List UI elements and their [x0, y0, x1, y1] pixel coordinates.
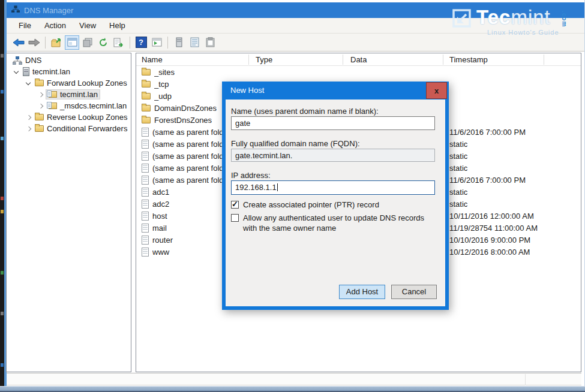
- list-header: NameTypeDataTimestamp: [136, 53, 581, 66]
- cancel-button[interactable]: Cancel: [391, 285, 437, 299]
- tree-item--msdcs-tecmint-lan[interactable]: _msdcs.tecmint.lan: [7, 100, 131, 111]
- add-host-button[interactable]: Add Host: [339, 285, 385, 299]
- tree-item-content: DNS: [11, 55, 44, 65]
- column-header-data[interactable]: Data: [350, 55, 367, 64]
- tecmint-com-suffix: .com: [561, 11, 568, 27]
- record-list-icon: [190, 37, 199, 47]
- fqdn-label: Fully qualified domain name (FQDN):: [231, 139, 360, 148]
- toolbar-clipboard-button[interactable]: [203, 35, 217, 50]
- tree-item-reverse-lookup-zones[interactable]: Reverse Lookup Zones: [7, 111, 131, 123]
- tree-item-dns[interactable]: DNS: [7, 55, 131, 66]
- column-header-timestamp[interactable]: Timestamp: [449, 55, 488, 64]
- folder-icon: [142, 69, 151, 76]
- dialog-body: Name (uses parent domain name if blank):…: [226, 99, 445, 306]
- toolbar-server-button[interactable]: [172, 35, 186, 50]
- chevron-down-icon[interactable]: [11, 66, 22, 77]
- toolbar-show-window-button[interactable]: [149, 35, 164, 50]
- menu-action[interactable]: Action: [38, 19, 73, 32]
- record-timestamp: static: [449, 188, 467, 197]
- column-header-type[interactable]: Type: [256, 55, 272, 64]
- dns-manager-icon: [11, 5, 20, 15]
- tree-item-forward-lookup-zones[interactable]: Forward Lookup Zones: [7, 77, 131, 89]
- forward-arrow-icon: [28, 38, 40, 47]
- toolbar-refresh-button[interactable]: [96, 35, 110, 50]
- tree-item-content: tecmint.lan: [22, 67, 73, 77]
- tree-item-label: tecmint.lan: [32, 67, 70, 76]
- record-icon: [142, 200, 149, 209]
- ptr-checkbox[interactable]: [231, 201, 239, 209]
- record-timestamp: 10/12/2016 8:00:00 AM: [449, 248, 530, 257]
- chevron-right-icon[interactable]: [35, 89, 46, 100]
- record-icon: [142, 164, 149, 173]
- window-title: DNS Manager: [24, 6, 73, 15]
- authenticated-update-checkbox[interactable]: [231, 214, 239, 222]
- menu-help[interactable]: Help: [103, 19, 132, 32]
- tree-item-tecmint-lan[interactable]: tecmint.lan: [7, 89, 131, 100]
- server-icon: [23, 67, 29, 76]
- toolbar-open-zone-button[interactable]: [49, 35, 64, 50]
- column-divider[interactable]: [343, 55, 343, 65]
- zone-icon: [47, 102, 57, 110]
- close-icon[interactable]: x: [426, 82, 447, 99]
- host-name-input[interactable]: [231, 116, 435, 130]
- record-icon: [142, 176, 149, 185]
- tree-item-label: tecmint.lan: [60, 90, 98, 99]
- folder-icon: [35, 80, 44, 86]
- dns-root-icon: [13, 56, 22, 65]
- toolbar-console-window-button[interactable]: [65, 35, 79, 50]
- desktop-edge: [0, 0, 4, 392]
- column-header-name[interactable]: Name: [142, 55, 163, 64]
- record-icon: [142, 248, 149, 257]
- tree-item-conditional-forwarders[interactable]: Conditional Forwarders: [7, 123, 131, 134]
- menu-file[interactable]: File: [12, 19, 38, 32]
- text-caret: [277, 183, 278, 191]
- tecmint-logo-icon: [451, 8, 473, 31]
- column-divider[interactable]: [248, 55, 249, 65]
- toolbar-help-button[interactable]: ?: [134, 35, 148, 50]
- back-arrow-icon: [13, 38, 25, 47]
- toolbar-export-list-button[interactable]: [112, 35, 126, 50]
- tree-item-tecmint-lan[interactable]: tecmint.lan: [7, 66, 131, 77]
- record-timestamp: 11/6/2016 7:00:00 PM: [449, 176, 526, 185]
- tree-item-label: _msdcs.tecmint.lan: [60, 101, 127, 110]
- ip-address-label: IP address:: [231, 171, 271, 180]
- chevron-right-icon[interactable]: [35, 100, 46, 111]
- tree-item-content: Forward Lookup Zones: [34, 78, 130, 88]
- menu-view[interactable]: View: [73, 19, 103, 32]
- table-row[interactable]: _sites: [136, 66, 581, 78]
- record-timestamp: static: [449, 164, 467, 173]
- record-icon: [142, 224, 149, 233]
- fqdn-field: gate.tecmint.lan.: [231, 149, 435, 162]
- ptr-checkbox-label: Create associated pointer (PTR) record: [243, 200, 379, 209]
- console-tree-panel: DNStecmint.lanForward Lookup Zonestecmin…: [6, 53, 131, 372]
- ip-address-input[interactable]: 192.168.1.1: [231, 180, 435, 195]
- chevron-right-icon[interactable]: [23, 123, 34, 134]
- column-divider[interactable]: [443, 55, 443, 65]
- record-icon: [142, 152, 149, 161]
- record-icon: [142, 128, 149, 137]
- toolbar-separator: [130, 37, 130, 49]
- toolbar-back-arrow-button[interactable]: [11, 35, 26, 50]
- open-zone-icon: [51, 37, 62, 47]
- record-timestamp: static: [449, 152, 467, 161]
- tree-item-content: _msdcs.tecmint.lan: [46, 101, 129, 111]
- toolbar-record-list-button[interactable]: [187, 35, 202, 50]
- record-icon: [142, 212, 149, 221]
- record-timestamp: 10/11/2016 12:00:00 AM: [449, 212, 534, 221]
- help-icon: ?: [136, 37, 147, 48]
- record-timestamp: 11/19/28754 11:00:00 AM: [449, 224, 538, 233]
- taskbar-strip: [0, 386, 585, 392]
- clipboard-icon: [206, 37, 215, 47]
- record-name: _sites: [154, 68, 249, 77]
- column-divider[interactable]: [544, 55, 544, 65]
- chevron-right-icon[interactable]: [23, 111, 34, 123]
- record-timestamp: static: [449, 140, 467, 149]
- record-icon: [142, 140, 149, 149]
- chevron-down-icon[interactable]: [23, 77, 34, 89]
- tree-selection: tecmint.lan: [46, 89, 100, 99]
- toolbar-forward-arrow-button[interactable]: [27, 35, 41, 50]
- refresh-icon: [98, 38, 108, 47]
- host-name-label: Name (uses parent domain name if blank):: [231, 107, 379, 116]
- toolbar-properties-button[interactable]: [80, 35, 95, 50]
- toolbar-separator: [45, 37, 46, 49]
